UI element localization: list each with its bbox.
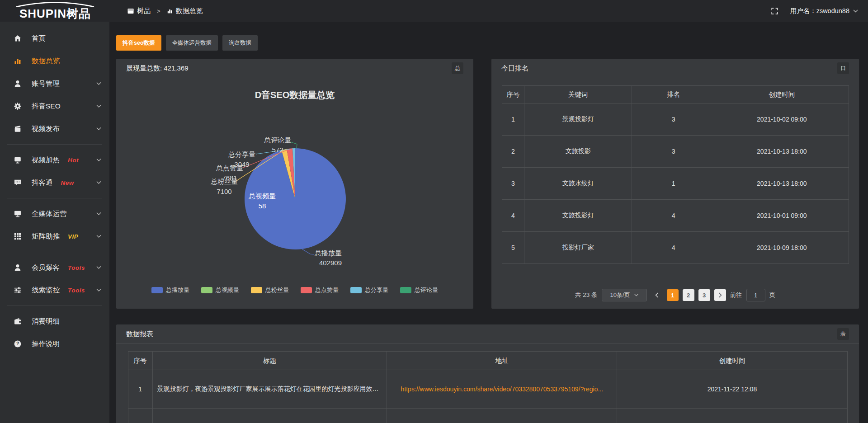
username-label: 用户名：zswodun88 — [790, 7, 849, 15]
table-cell: 2 — [502, 136, 524, 168]
table-cell: 文旅投影灯 — [524, 200, 632, 232]
legend-item-share[interactable]: 总分享量 — [350, 286, 388, 294]
question-icon: ? — [14, 340, 22, 348]
legend-swatch — [400, 287, 411, 293]
user-icon — [14, 80, 22, 88]
legend-label: 总粉丝量 — [265, 286, 289, 294]
user-menu[interactable]: 用户名：zswodun88 — [790, 7, 858, 15]
table-row: 1景观投影灯，夜游景观投影灯厂家展示展示落花灯在花园里的灯光投影应用效果 #ht… — [128, 370, 847, 409]
home-icon — [14, 34, 22, 42]
table-cell: 1 — [502, 103, 524, 136]
table-cell: 4 — [632, 232, 715, 264]
chevron-down-icon — [96, 212, 101, 216]
table-cell: 3 — [632, 103, 715, 136]
sidebar-item-clue-monitor[interactable]: 线索监控Tools — [0, 279, 109, 301]
table-cell: 4 — [632, 200, 715, 232]
legend-item-play[interactable]: 总播放量 — [151, 286, 189, 294]
page-buttons: 123 — [667, 289, 710, 301]
breadcrumb-item-home[interactable]: 树品 — [127, 7, 151, 15]
daily-view-button[interactable]: 日 — [837, 62, 849, 74]
sidebar-badge: Hot — [68, 157, 79, 164]
report-table: 序号标题地址创建时间1景观投影灯，夜游景观投影灯厂家展示展示落花灯在花园里的灯光… — [128, 351, 848, 423]
legend-label: 总播放量 — [166, 286, 189, 294]
video-link[interactable]: https://www.iesdouyin.com/share/video/70… — [401, 385, 604, 393]
legend-item-video[interactable]: 总视频量 — [201, 286, 239, 294]
breadcrumb-label: 树品 — [137, 7, 151, 15]
total-view-button[interactable]: 总 — [452, 62, 463, 74]
sidebar-item-member-baoke[interactable]: 会员爆客Tools — [0, 256, 109, 279]
legend-label: 总点赞量 — [315, 286, 339, 294]
sidebar-item-douyin-seo[interactable]: 抖音SEO — [0, 95, 109, 118]
legend-label: 总评论量 — [415, 286, 438, 294]
grid-icon — [14, 232, 22, 240]
tab-douyin-seo-data[interactable]: 抖音seo数据 — [116, 35, 161, 51]
pie-label-value-play: 402909 — [319, 259, 342, 267]
table-cell: 投影灯厂家 — [524, 232, 632, 264]
label-line-comment — [290, 142, 297, 149]
chevron-down-icon — [853, 9, 858, 13]
video-title-cell: 景观投影灯，夜游景观投影灯厂家展示展示落花灯在花园里的灯光投影应用效果 # — [152, 370, 387, 409]
window-icon — [127, 8, 134, 14]
sliders-icon — [14, 286, 22, 294]
sidebar-item-matrix-boost[interactable]: 矩阵助推VIP — [0, 225, 109, 248]
chevron-down-icon — [96, 105, 101, 108]
sidebar-item-home[interactable]: 首页 — [0, 27, 109, 50]
pie-label-value-video: 58 — [259, 202, 266, 210]
monitor-icon — [14, 210, 22, 218]
page-button-2[interactable]: 2 — [683, 289, 694, 301]
table-cell: 景观投影灯 — [524, 103, 632, 136]
gear-icon — [14, 102, 22, 110]
app: SHUPIN树品 树品 > 数据总览 用户名：zswodun88 — [0, 0, 868, 423]
chevron-down-icon — [96, 127, 101, 131]
pie-label-value-like: 7681 — [222, 174, 237, 182]
column-header: 创建时间 — [715, 86, 849, 103]
sidebar-item-help[interactable]: ?操作说明 — [0, 333, 109, 355]
tab-media-operation-data[interactable]: 全媒体运营数据 — [166, 35, 218, 51]
goto-page-input[interactable] — [746, 289, 765, 301]
goto-label: 前往 — [730, 291, 742, 299]
sidebar-item-video-heat[interactable]: 视频加热Hot — [0, 149, 109, 171]
tab-inquiry-data[interactable]: 询盘数据 — [222, 35, 258, 51]
fullscreen-icon[interactable] — [771, 7, 778, 15]
sidebar-badge: VIP — [68, 233, 78, 240]
sidebar-item-douketong[interactable]: 抖客通New — [0, 171, 109, 194]
sidebar-item-video-publish[interactable]: 视频发布 — [0, 118, 109, 140]
legend-label: 总分享量 — [365, 286, 388, 294]
report-panel-title: 数据报表 — [126, 330, 153, 338]
table-row: 2文旅投影32021-10-13 18:00 — [502, 136, 849, 168]
pie-chart: D音SEO数据量总览总播放量402909总视频量58总粉丝量7100总点赞量76… — [116, 78, 473, 277]
pie-label-value-comment: 572 — [272, 146, 283, 154]
next-page-button[interactable] — [714, 289, 726, 301]
table-header-row: 序号关键词排名创建时间 — [502, 86, 849, 103]
legend-swatch — [151, 287, 163, 293]
sidebar-item-label: 数据总览 — [32, 56, 60, 66]
legend-item-fans[interactable]: 总粉丝量 — [251, 286, 289, 294]
sidebar-item-media-operation[interactable]: 全媒体运营 — [0, 202, 109, 225]
breadcrumb-item-current[interactable]: 数据总览 — [167, 7, 203, 15]
sidebar-item-account-manage[interactable]: 账号管理 — [0, 72, 109, 95]
pie-label-name-play: 总播放量 — [314, 249, 342, 257]
sidebar-item-data-overview[interactable]: 数据总览 — [0, 50, 109, 72]
legend-item-comment[interactable]: 总评论量 — [400, 286, 438, 294]
chevron-down-icon — [96, 289, 101, 292]
page-button-1[interactable]: 1 — [667, 289, 679, 301]
overview-panel-head: 展现量总数: 421,369 总 — [116, 59, 473, 78]
bar-chart-icon — [167, 8, 173, 14]
table-row: 5投影灯厂家42021-10-09 18:00 — [502, 232, 849, 264]
prev-page-button[interactable] — [651, 289, 663, 301]
sidebar-item-label: 抖音SEO — [32, 102, 61, 111]
chart-title: D音SEO数据量总览 — [255, 90, 335, 100]
page-button-3[interactable]: 3 — [698, 289, 710, 301]
table-view-button[interactable]: 表 — [837, 328, 849, 340]
chart-legend: 总播放量总视频量总粉丝量总点赞量总分享量总评论量 — [116, 286, 473, 294]
sidebar-item-label: 账号管理 — [32, 79, 60, 89]
sidebar-item-consume-detail[interactable]: 消费明细 — [0, 310, 109, 333]
sidebar-item-label: 线索监控 — [32, 286, 60, 295]
table-cell: 2021-10-09 18:00 — [715, 232, 849, 264]
page-size-select[interactable]: 10条/页 — [602, 289, 647, 301]
legend-item-like[interactable]: 总点赞量 — [301, 286, 339, 294]
sidebar-divider — [7, 144, 102, 145]
video-url-cell: https://www.iesdouyin.com/share/video/70… — [387, 370, 617, 409]
logo[interactable]: SHUPIN树品 — [10, 2, 100, 19]
breadcrumb-separator: > — [157, 8, 160, 14]
